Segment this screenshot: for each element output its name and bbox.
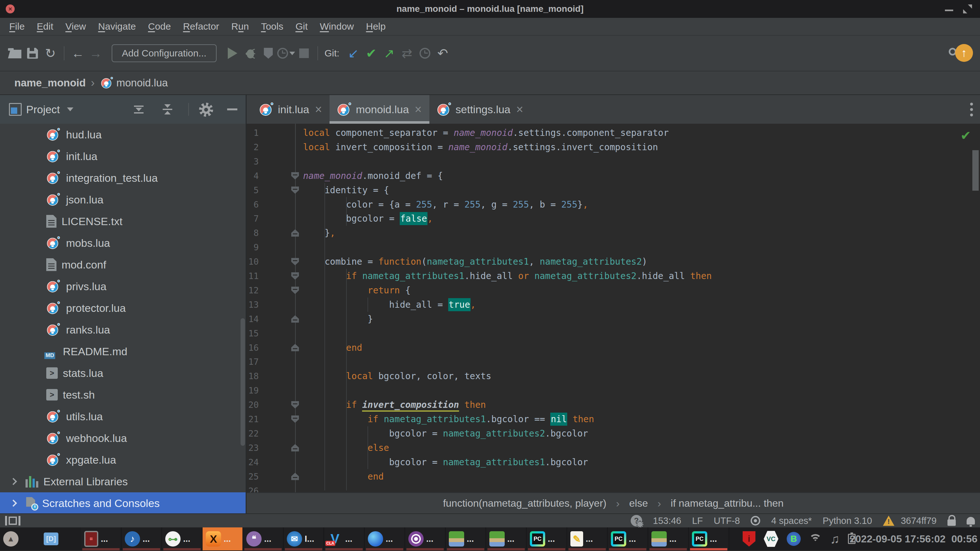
forward-button[interactable]: → [87,44,105,62]
project-file-row[interactable]: privs.lua [0,275,246,297]
project-file-row[interactable]: utils.lua [0,406,246,427]
save-all-button[interactable] [24,44,41,62]
project-file-row[interactable]: mod.conf [0,254,246,275]
taskbar-app-pycharm[interactable]: PC... [608,527,648,550]
collapse-all-button[interactable] [161,103,174,116]
profiler-button[interactable] [277,44,295,62]
menu-item-file[interactable]: File [3,18,30,35]
wifi-tray-icon[interactable] [809,534,822,544]
menu-item-navigate[interactable]: Navigate [92,18,142,35]
fold-end-icon[interactable] [291,229,299,237]
window-minimize-button[interactable] [945,10,953,11]
taskbar-clock[interactable]: 2022-09-05 17:56:02 00:56 [850,527,977,550]
project-file-row[interactable]: >test.sh [0,384,246,406]
project-file-row[interactable]: >stats.lua [0,362,246,384]
taskbar-app-terminal[interactable]: ⌗... [81,527,121,550]
menu-item-refactor[interactable]: Refactor [177,18,225,35]
taskbar-app-firefox[interactable]: ... [364,527,405,550]
fold-end-icon[interactable] [291,315,299,323]
hide-panel-button[interactable] [227,108,237,110]
fold-end-icon[interactable] [291,444,299,451]
menu-item-edit[interactable]: Edit [30,18,59,35]
editor-tab-init.lua[interactable]: init.lua× [252,95,329,124]
editor-scrollbar[interactable] [972,150,979,191]
editor-tab-monoid.lua[interactable]: monoid.lua× [329,95,430,124]
chevron-right-icon[interactable] [10,478,17,485]
expand-all-button[interactable] [132,103,145,116]
taskbar-app-pycharm[interactable]: PC... [527,527,567,550]
notifications-bell-icon[interactable] [967,517,975,524]
fold-end-icon[interactable] [291,473,299,480]
menu-item-window[interactable]: Window [314,18,360,35]
ide-update-button[interactable]: ↑ [955,44,973,62]
project-file-row[interactable]: json.lua [0,189,246,210]
vcs-revision[interactable]: 3674ff79 [901,516,937,526]
project-file-row[interactable]: hud.lua [0,124,246,145]
fold-collapse-icon[interactable] [291,272,299,279]
menu-item-tools[interactable]: Tools [255,18,290,35]
taskbar-app-pycharm[interactable]: PC... [689,527,729,550]
project-file-row[interactable]: MDREADME.md [0,341,246,362]
run-button[interactable] [224,44,242,62]
taskbar-app-menu[interactable]: ▲ [0,527,40,550]
project-file-row[interactable]: webhook.lua [0,427,246,449]
project-scrollbar[interactable] [240,318,245,446]
fold-end-icon[interactable] [291,344,299,351]
code-editor[interactable]: 1local component_separator = name_monoid… [247,124,980,492]
fold-collapse-icon[interactable] [291,401,299,408]
fold-collapse-icon[interactable] [291,258,299,265]
project-file-row[interactable]: LICENSE.txt [0,210,246,232]
highlighting-level-icon[interactable] [751,516,760,526]
project-panel-title[interactable]: Project [26,103,60,116]
interpreter[interactable]: Python 3.10 [823,516,872,526]
code-breadcrumb-item[interactable]: function(nametag_attributes, player) [443,497,606,509]
gear-icon[interactable] [199,103,213,117]
taskbar-app-tor[interactable]: ... [405,527,445,550]
bluetooth-tray-icon[interactable]: B [787,532,801,546]
stop-button[interactable] [295,44,313,62]
project-file-row[interactable]: integration_test.lua [0,167,246,189]
project-file-row[interactable]: mobs.lua [0,232,246,254]
indent-setting[interactable]: 4 spaces* [771,516,811,526]
code-breadcrumb-item[interactable]: if nametag_attribu... then [671,497,783,509]
menu-item-view[interactable]: View [59,18,92,35]
debug-button[interactable] [242,44,259,62]
file-encoding[interactable]: UTF-8 [714,516,740,526]
menu-item-code[interactable]: Code [142,18,177,35]
privacy-gear-icon[interactable]: ? [631,515,642,526]
git-rollback-button[interactable]: ↶ [434,44,452,62]
tool-window-switcher-icon[interactable] [5,516,21,526]
breadcrumb-project[interactable]: name_monoid [14,77,86,89]
more-options-kebab-icon[interactable] [970,102,973,118]
code-breadcrumb-item[interactable]: else [629,497,648,509]
taskbar-app-files[interactable]: [D] [40,527,81,550]
lock-icon[interactable] [947,519,956,526]
add-configuration-button[interactable]: Add Configuration... [111,44,216,62]
taskbar-app-minetest[interactable]: ... [445,527,486,550]
taskbar-app-keepass[interactable]: ⊶... [162,527,202,550]
window-close-button[interactable]: × [6,5,15,13]
tree-root-row[interactable]: External Libraries [0,471,246,492]
inspections-ok-check-icon[interactable]: ✔ [960,128,971,143]
chevron-right-icon[interactable] [10,500,17,507]
tab-close-icon[interactable]: × [516,103,523,116]
sync-button[interactable]: ↻ [41,44,59,62]
run-coverage-button[interactable] [259,44,277,62]
audio-tray-icon[interactable]: ♫ [830,532,840,546]
line-separator[interactable]: LF [692,516,703,526]
menu-item-run[interactable]: Run [225,18,255,35]
tab-close-icon[interactable]: × [415,103,422,116]
tab-close-icon[interactable]: × [315,103,322,116]
back-button[interactable]: ← [69,44,87,62]
veracrypt-tray-icon[interactable]: VC [764,531,778,547]
git-update-button[interactable]: ↙ [345,44,363,62]
git-push-button[interactable]: ↗ [380,44,398,62]
project-file-row[interactable]: init.lua [0,145,246,167]
open-file-button[interactable] [6,44,24,62]
taskbar-app-minetest[interactable]: ... [648,527,689,550]
project-file-row[interactable]: protector.lua [0,297,246,319]
window-maximize-button[interactable] [963,5,972,13]
git-fetch-button[interactable]: ⇄ [398,44,416,62]
fold-collapse-icon[interactable] [291,416,299,423]
fold-collapse-icon[interactable] [291,172,299,179]
